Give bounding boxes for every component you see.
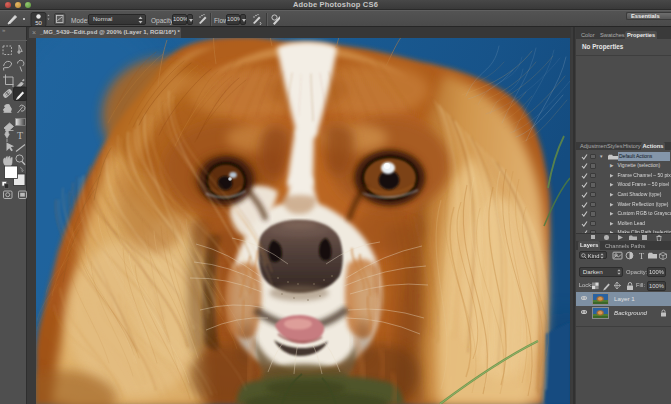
svg-text:50: 50 <box>35 20 42 26</box>
svg-text:T: T <box>639 251 645 260</box>
svg-text:T: T <box>17 130 23 141</box>
